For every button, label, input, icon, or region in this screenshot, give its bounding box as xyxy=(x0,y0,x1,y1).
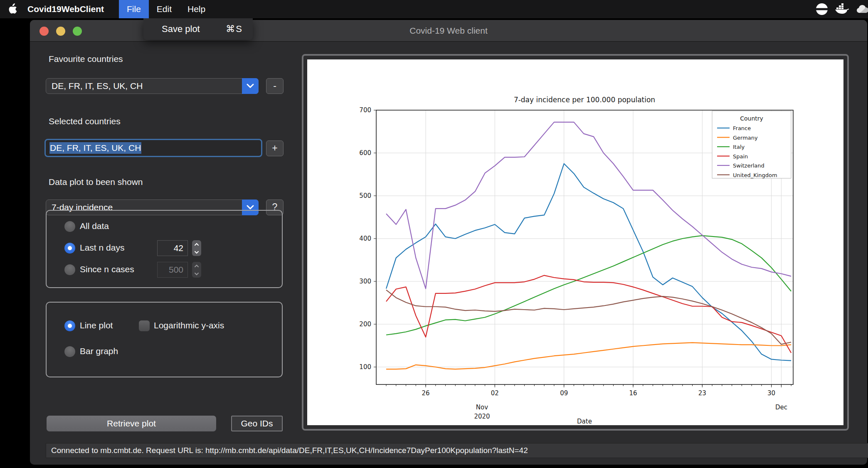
svg-text:United_Kingdom: United_Kingdom xyxy=(733,172,777,178)
menu-help[interactable]: Help xyxy=(180,0,213,18)
plot-canvas: 260209162330100200300400500600700Nov2020… xyxy=(307,59,843,425)
svg-text:300: 300 xyxy=(359,278,371,285)
menu-edit[interactable]: Edit xyxy=(149,0,180,18)
remove-favourite-button[interactable]: - xyxy=(266,78,284,94)
svg-text:500: 500 xyxy=(359,192,371,200)
svg-text:200: 200 xyxy=(359,320,371,328)
last-n-days-stepper[interactable] xyxy=(192,240,201,256)
log-y-axis-label: Logarithmic y-axis xyxy=(154,320,224,330)
all-data-label: All data xyxy=(80,221,109,231)
selected-countries-label: Selected countries xyxy=(49,116,121,126)
geo-ids-button[interactable]: Geo IDs xyxy=(231,416,283,431)
svg-text:09: 09 xyxy=(560,389,568,397)
bar-graph-radio[interactable] xyxy=(64,346,75,357)
chart-svg: 260209162330100200300400500600700Nov2020… xyxy=(307,59,843,425)
svg-text:100: 100 xyxy=(359,363,371,371)
svg-text:26: 26 xyxy=(422,389,429,397)
last-n-days-spinbox[interactable]: 42 xyxy=(157,240,188,256)
svg-text:2020: 2020 xyxy=(474,413,490,420)
all-data-radio[interactable] xyxy=(64,221,75,232)
line-plot-radio[interactable] xyxy=(64,320,75,331)
svg-text:Nov: Nov xyxy=(476,404,488,411)
svg-text:Country: Country xyxy=(740,115,763,122)
cloud-icon[interactable] xyxy=(855,2,868,16)
line-plot-label: Line plot xyxy=(80,320,113,330)
since-n-cases-radio[interactable] xyxy=(64,264,75,275)
menu-bar: Covid19WebClient File Edit Help xyxy=(0,0,868,18)
since-n-cases-stepper xyxy=(192,262,201,278)
svg-text:Italy: Italy xyxy=(733,144,745,150)
selected-countries-input[interactable]: DE, FR, IT, ES, UK, CH xyxy=(44,139,262,157)
app-name: Covid19WebClient xyxy=(27,4,104,14)
bar-graph-label: Bar graph xyxy=(80,346,118,356)
since-n-cases-label: Since n cases xyxy=(80,264,134,274)
svg-text:700: 700 xyxy=(359,106,371,114)
save-plot-label: Save plot xyxy=(162,24,200,34)
save-plot-shortcut: ⌘S xyxy=(226,24,243,34)
svg-text:600: 600 xyxy=(359,149,371,157)
svg-text:France: France xyxy=(733,125,751,131)
style-groupbox xyxy=(46,302,283,377)
favourite-countries-value: DE, FR, IT, ES, UK, CH xyxy=(46,79,242,94)
favourite-countries-label: Favourite countries xyxy=(49,54,123,64)
svg-text:02: 02 xyxy=(491,389,499,397)
docker-icon[interactable] xyxy=(835,2,849,16)
svg-text:Dec: Dec xyxy=(775,404,787,411)
app-window: Covid-19 Web client Favourite countries … xyxy=(30,20,867,465)
menu-file[interactable]: File xyxy=(119,0,149,18)
log-y-axis-checkbox[interactable] xyxy=(139,320,150,331)
last-n-days-radio[interactable] xyxy=(64,243,75,254)
shutter-icon[interactable] xyxy=(815,2,829,16)
svg-text:Switzerland: Switzerland xyxy=(733,163,764,169)
add-favourite-button[interactable]: + xyxy=(266,140,284,156)
file-menu-panel: Save plot ⌘S xyxy=(143,18,253,40)
last-n-days-label: Last n days xyxy=(80,243,124,253)
apple-icon[interactable] xyxy=(7,3,17,15)
favourite-countries-select[interactable]: DE, FR, IT, ES, UK, CH xyxy=(46,78,259,94)
chevron-down-icon[interactable] xyxy=(242,78,259,94)
svg-text:16: 16 xyxy=(629,389,637,397)
menu-item-save-plot[interactable]: Save plot ⌘S xyxy=(143,24,253,34)
status-bar: Connected to mb.cmbt.de. Request URL is:… xyxy=(46,443,868,458)
svg-text:Spain: Spain xyxy=(733,153,748,160)
svg-text:7-day incidence per 100.000 po: 7-day incidence per 100.000 population xyxy=(514,96,655,104)
plot-type-label: Data plot to been shown xyxy=(49,177,143,187)
svg-text:Germany: Germany xyxy=(733,135,758,141)
plot-frame: 260209162330100200300400500600700Nov2020… xyxy=(302,54,849,431)
selected-countries-value: DE, FR, IT, ES, UK, CH xyxy=(49,142,141,154)
svg-text:Date: Date xyxy=(577,418,592,425)
retrieve-plot-button[interactable]: Retrieve plot xyxy=(47,416,216,431)
svg-text:23: 23 xyxy=(698,389,706,397)
svg-text:30: 30 xyxy=(767,389,775,397)
since-n-cases-spinbox: 500 xyxy=(157,262,188,278)
svg-text:400: 400 xyxy=(359,235,371,242)
